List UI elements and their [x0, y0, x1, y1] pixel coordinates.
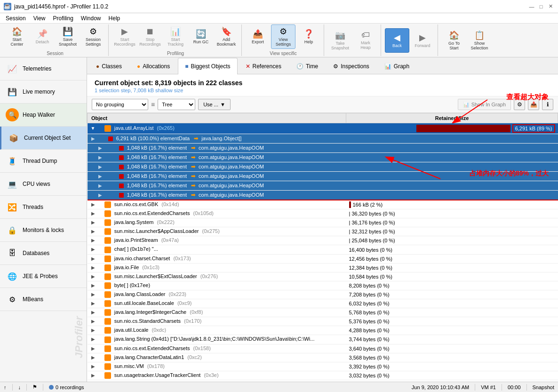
- expand-button[interactable]: ▶: [90, 310, 96, 315]
- expand-button[interactable]: ▼: [90, 125, 96, 131]
- sidebar-item-current-object-set[interactable]: 📦 Current Object Set: [0, 127, 87, 150]
- show-selection-button[interactable]: 📋 ShowSelection: [467, 28, 492, 53]
- sidebar-item-mbeans[interactable]: ⚙ MBeans: [0, 288, 87, 311]
- expand-button[interactable]: ▶: [90, 363, 96, 369]
- sidebar-item-live-memory[interactable]: 💾 Live memory: [0, 80, 87, 104]
- forward-button[interactable]: ▶ Forward: [410, 28, 435, 53]
- table-row[interactable]: ▶ 1,048 kB (16.7%) element ➡ com.atguigu…: [88, 153, 558, 162]
- table-row[interactable]: ▶ sun.nio.cs.ext.GBK (0x14d) 166 kB (2 %…: [88, 200, 558, 209]
- expand-button[interactable]: ▶: [90, 136, 96, 142]
- sidebar-item-heap-walker[interactable]: 🔍 Heap Walker: [0, 104, 87, 127]
- tab-allocations[interactable]: ● Allocations: [130, 58, 177, 74]
- table-row[interactable]: ▶ sun.nio.cs.ext.ExtendedCharsets (0x158…: [88, 344, 558, 353]
- tab-biggest-objects[interactable]: ■ Biggest Objects: [178, 58, 237, 74]
- retained-size-column-header[interactable]: Retained Size: [346, 113, 558, 123]
- menu-window[interactable]: Window: [77, 14, 105, 23]
- up-arrow-status[interactable]: ↑: [4, 384, 7, 390]
- table-row[interactable]: ▶ sun.misc.VM (0x178) 3,392 bytes (0 %): [88, 362, 558, 371]
- tab-graph[interactable]: 📊 Graph: [377, 58, 416, 74]
- table-row[interactable]: ▶ sun.nio.cs.ext.ExtendedCharsets (0x105…: [88, 209, 558, 218]
- take-snapshot-button[interactable]: 📷 TakeSnapshot: [328, 28, 352, 53]
- expand-button[interactable]: ▶: [90, 273, 96, 279]
- table-row[interactable]: ▶ java.util.Locale (0xdc) 4,288 bytes (0…: [88, 326, 558, 335]
- expand-button[interactable]: ▶: [97, 164, 103, 170]
- sidebar-item-thread-dump[interactable]: 🧵 Thread Dump: [0, 150, 87, 173]
- show-in-graph-button[interactable]: 📊 Show In Graph: [458, 99, 511, 110]
- expand-button[interactable]: ▶: [90, 211, 96, 216]
- run-gc-button[interactable]: 🔄 Run GC: [189, 24, 213, 49]
- sidebar-item-threads[interactable]: 🔀 Threads: [0, 196, 87, 219]
- minimize-button[interactable]: —: [528, 3, 535, 10]
- export-icon-btn[interactable]: 📤: [528, 99, 539, 110]
- info-icon-btn[interactable]: ℹ: [542, 99, 553, 110]
- close-button[interactable]: ✕: [547, 3, 554, 10]
- sidebar-item-telemetries[interactable]: 📈 Telemetries: [0, 57, 87, 80]
- session-settings-button[interactable]: ⚙ SessionSettings: [81, 24, 105, 49]
- grouping-dropdown[interactable]: No grouping By class By package: [92, 99, 148, 110]
- table-row[interactable]: ▶ sun.misc.Launcher$ExtClassLoader (0x27…: [88, 272, 558, 281]
- table-row[interactable]: ▶ 1,048 kB (16.7%) element ➡ com.atguigu…: [88, 181, 558, 191]
- back-button[interactable]: ◀ Back: [385, 28, 409, 53]
- table-row[interactable]: ▶ java.io.File (0x1c3) 12,384 bytes (0 %…: [88, 263, 558, 272]
- help-button[interactable]: ❓ Help: [296, 24, 321, 49]
- flag-status[interactable]: ⚑: [32, 384, 37, 390]
- settings-icon-btn[interactable]: ⚙: [514, 99, 525, 110]
- table-row[interactable]: ▶ 6,291 kB (100.0%) elementData ➡ java.l…: [88, 134, 558, 144]
- table-row[interactable]: ▶ sun.misc.Launcher$AppClassLoader (0x27…: [88, 227, 558, 236]
- table-row[interactable]: ▶ java.lang.System (0x222) | 36,176 byte…: [88, 218, 558, 227]
- expand-button[interactable]: ▶: [97, 145, 103, 151]
- table-row[interactable]: ▶ 1,048 kB (16.7%) element ➡ com.atguigu…: [88, 162, 558, 172]
- maximize-button[interactable]: □: [537, 3, 545, 10]
- export-button[interactable]: 📤 Export: [246, 24, 270, 49]
- table-row[interactable]: ▶ sun.util.locale.BaseLocale (0xc9) 6,03…: [88, 299, 558, 308]
- expand-button[interactable]: ▶: [90, 301, 96, 306]
- table-row[interactable]: ▶ java.lang.ClassLoader (0x223) 7,208 by…: [88, 290, 558, 299]
- start-tracking-button[interactable]: 📊 StartTracking: [163, 24, 188, 49]
- add-bookmark-button[interactable]: 🔖 AddBookmark: [214, 24, 239, 49]
- table-row[interactable]: ▶ 1,048 kB (16.7%) element ➡ com.atguigu…: [88, 144, 558, 153]
- start-recordings-button[interactable]: ▶ StartRecordings: [112, 24, 137, 49]
- tab-classes[interactable]: ● Classes: [89, 58, 129, 74]
- table-row[interactable]: ▶ char[ ] (0x1b7e) "... 16,400 bytes (0 …: [88, 245, 558, 254]
- expand-button[interactable]: ▶: [90, 256, 96, 261]
- go-to-start-button[interactable]: 🏠 Go ToStart: [442, 28, 466, 53]
- view-settings-button[interactable]: ⚙ ViewSettings: [271, 24, 295, 49]
- sidebar-item-monitors-locks[interactable]: 🔒 Monitors & locks: [0, 219, 87, 242]
- start-center-button[interactable]: 🏠 StartCenter: [5, 24, 29, 49]
- expand-button[interactable]: ▶: [90, 220, 96, 225]
- sidebar-item-jee-probes[interactable]: 🌐 JEE & Probes: [0, 265, 87, 288]
- expand-button[interactable]: ▶: [90, 354, 96, 360]
- table-row[interactable]: ▶ java.lang.Integer$IntegerCache (0xf8) …: [88, 308, 558, 317]
- object-column-header[interactable]: Object: [88, 113, 346, 123]
- table-row[interactable]: ▼ java.util.ArrayList (0x265) 6,291 kB (…: [88, 123, 558, 134]
- save-snapshot-button[interactable]: 💾 SaveSnapshot: [56, 24, 80, 49]
- stop-recordings-button[interactable]: ⏹ StopRecordings: [138, 24, 162, 49]
- expand-button[interactable]: ▶: [90, 345, 96, 351]
- down-arrow-status[interactable]: ↓: [18, 384, 21, 390]
- tab-references[interactable]: ✕ References: [239, 58, 288, 74]
- detach-button[interactable]: 📌 Detach: [30, 24, 55, 49]
- tab-time[interactable]: 🕐 Time: [289, 58, 325, 74]
- expand-button[interactable]: ▶: [97, 174, 103, 179]
- table-row[interactable]: ▶ java.io.PrintStream (0x47a) | 25,048 b…: [88, 236, 558, 245]
- use-button[interactable]: Use ... ▼: [198, 99, 231, 110]
- expand-button[interactable]: ▶: [90, 372, 96, 378]
- expand-button[interactable]: ▶: [90, 229, 96, 234]
- expand-button[interactable]: ▶: [97, 155, 103, 160]
- menu-help[interactable]: Help: [105, 14, 124, 23]
- expand-button[interactable]: ▶: [90, 238, 96, 243]
- expand-button[interactable]: ▶: [97, 183, 103, 189]
- table-row[interactable]: ▶ sun.usagetracker.UsageTrackerClient (0…: [88, 371, 558, 380]
- expand-button[interactable]: ▶: [90, 291, 96, 297]
- expand-button[interactable]: ▶: [90, 264, 96, 270]
- table-row[interactable]: ▶ 1,048 kB (16.7%) element ➡ com.atguigu…: [88, 191, 558, 200]
- expand-button[interactable]: ▶: [90, 336, 96, 342]
- table-row[interactable]: ▶ java.lang.CharacterDataLatin1 (0xc2) 3…: [88, 353, 558, 362]
- table-row[interactable]: ▶ 1,048 kB (16.7%) element ➡ com.atguigu…: [88, 172, 558, 181]
- menu-profiling[interactable]: Profiling: [49, 14, 77, 23]
- menu-view[interactable]: View: [30, 14, 49, 23]
- sidebar-item-databases[interactable]: 🗄 Databases: [0, 242, 87, 265]
- table-row[interactable]: ▶ byte[ ] (0x17ee) 8,208 bytes (0 %): [88, 281, 558, 290]
- tab-inspections[interactable]: ⚙ Inspections: [326, 58, 376, 74]
- expand-button[interactable]: ▶: [90, 282, 96, 288]
